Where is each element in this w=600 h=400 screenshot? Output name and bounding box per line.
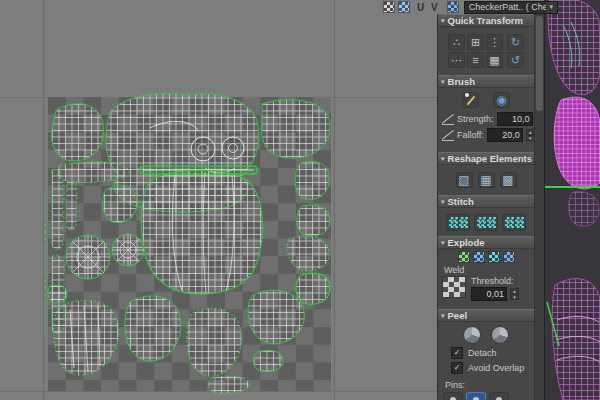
rectangularize-icon[interactable]: ▦	[486, 52, 503, 68]
uv-island[interactable]	[295, 162, 329, 200]
viewport-mesh-layer	[545, 0, 600, 400]
relax-until-flat-icon[interactable]: ▦	[478, 172, 495, 188]
collapse-arrow-icon: ▾	[441, 239, 445, 247]
mesh-arm[interactable]	[547, 279, 600, 400]
check-icon: ✓	[454, 364, 461, 372]
stitch-body	[438, 208, 534, 236]
3d-viewport[interactable]	[544, 0, 600, 400]
align-vertical-icon[interactable]: ⋮	[486, 34, 503, 50]
threshold-spinner[interactable]: ▴ ▾	[510, 288, 519, 300]
uv-strip[interactable]	[52, 170, 63, 250]
detach-checkbox-row[interactable]: ✓ Detach	[451, 347, 529, 359]
detach-checkbox[interactable]: ✓	[451, 347, 463, 359]
rollout-header-peel[interactable]: ▾ Peel	[438, 309, 534, 322]
uv-strip[interactable]	[66, 181, 77, 229]
avoid-overlap-label: Avoid Overlap	[468, 363, 524, 373]
uv-island-torso[interactable]	[141, 170, 262, 294]
flatten-by-face-icon[interactable]	[488, 251, 500, 263]
space-horizontal-icon[interactable]: ⋯	[448, 52, 465, 68]
uv-island[interactable]	[296, 273, 330, 304]
peel-mode-icon[interactable]	[491, 326, 509, 344]
rollout-header-brush[interactable]: ▾ Brush	[438, 75, 534, 88]
panel-scrollbar[interactable]	[534, 14, 544, 400]
scrollbar-thumb[interactable]	[536, 16, 543, 111]
falloff-curve-icon	[442, 130, 454, 141]
uv-toolbar: U V CheckerPatt.. ( Checker ) ▾	[383, 0, 558, 14]
linear-align-icon[interactable]: ≡	[467, 52, 484, 68]
uv-island[interactable]	[187, 308, 242, 376]
stitch-to-target-icon[interactable]	[474, 214, 498, 231]
rotate-cw-icon[interactable]: ↻	[507, 34, 524, 50]
uv-island[interactable]	[287, 236, 329, 271]
pin-icon	[473, 397, 479, 400]
uv-island[interactable]	[262, 100, 330, 159]
mesh-hand[interactable]	[554, 97, 600, 189]
uv-island-hand[interactable]	[54, 300, 119, 375]
uv-canvas-area[interactable]	[0, 0, 437, 400]
wand-icon	[463, 92, 478, 108]
rollout-title: Peel	[448, 310, 468, 321]
collapse-arrow-icon: ▾	[441, 198, 445, 206]
dropdown-arrow-icon[interactable]: ▾	[546, 2, 557, 13]
detach-label: Detach	[468, 348, 497, 358]
align-points-icon[interactable]: ∴	[448, 34, 465, 50]
tools-panel: ▾ Quick Transform ∴ ⊞ ⋮ ⋯ ≡ ▦ ↻ ↺ ▾ Brus…	[437, 14, 534, 400]
mesh-fragment[interactable]	[548, 0, 600, 95]
quick-peel-icon[interactable]	[463, 326, 481, 344]
rollout-title: Stitch	[448, 196, 474, 207]
avoid-overlap-checkbox[interactable]: ✓	[451, 362, 463, 374]
uv-island[interactable]	[103, 186, 137, 223]
spinner-down-icon[interactable]: ▾	[526, 135, 534, 141]
avoid-overlap-checkbox-row[interactable]: ✓ Avoid Overlap	[451, 362, 529, 374]
paint-move-brush-icon[interactable]	[462, 92, 479, 108]
texture-dropdown[interactable]: CheckerPatt.. ( Checker ) ▾	[464, 1, 558, 14]
uv-island[interactable]	[52, 104, 104, 161]
strength-curve-icon	[442, 114, 454, 125]
rollout-title: Brush	[448, 76, 475, 87]
uv-grid-icon[interactable]	[447, 1, 459, 13]
pin-selected-icon[interactable]	[443, 392, 463, 400]
uv-island-circle[interactable]	[112, 234, 144, 266]
texture-dropdown-value: CheckerPatt.. ( Checker )	[469, 2, 546, 12]
stitch-glyph-icon	[477, 217, 486, 228]
uv-islands-layer	[0, 0, 437, 400]
uv-island[interactable]	[48, 285, 67, 303]
uv-island[interactable]	[254, 350, 284, 371]
uv-space-label: U V	[417, 2, 440, 13]
uv-island-circle[interactable]	[66, 235, 110, 279]
align-grid-icon[interactable]: ⊞	[467, 34, 484, 50]
uv-island[interactable]	[125, 296, 181, 361]
pin-move-active-icon[interactable]	[466, 392, 486, 400]
collapse-arrow-icon: ▾	[441, 312, 445, 320]
checker-pattern-icon[interactable]	[383, 1, 395, 13]
relax-brush-icon[interactable]: ◉	[493, 92, 510, 108]
strength-input[interactable]	[497, 112, 533, 126]
stitch-glyph-icon	[515, 217, 524, 228]
rollout-header-stitch[interactable]: ▾ Stitch	[438, 195, 534, 208]
stitch-glyph-icon	[459, 217, 468, 228]
falloff-spinner[interactable]: ▴ ▾	[526, 129, 534, 141]
stitch-glyph-icon	[487, 217, 496, 228]
rollout-header-reshape[interactable]: ▾ Reshape Elements	[438, 152, 534, 165]
flatten-by-smoothing-icon[interactable]	[458, 251, 470, 263]
falloff-input[interactable]	[487, 128, 523, 142]
rollout-header-quick-transform[interactable]: ▾ Quick Transform	[438, 14, 534, 27]
uv-island[interactable]	[297, 205, 330, 236]
rollout-header-explode[interactable]: ▾ Explode	[438, 236, 534, 249]
spinner-down-icon[interactable]: ▾	[510, 294, 519, 300]
checker-pattern-blue-icon[interactable]	[398, 1, 410, 13]
rotate-ccw-icon[interactable]: ↺	[507, 52, 524, 68]
straighten-selection-icon[interactable]: ▧	[456, 172, 473, 188]
reshape-body: ▧ ▦ ▩	[438, 165, 534, 195]
mesh-fragment[interactable]	[569, 192, 599, 227]
stitch-custom-icon[interactable]	[446, 214, 470, 231]
uv-island[interactable]	[209, 376, 250, 394]
flatten-custom-icon[interactable]	[503, 251, 515, 263]
unpin-icon[interactable]	[489, 392, 509, 400]
uv-island[interactable]	[248, 290, 304, 343]
stitch-to-source-icon[interactable]	[502, 214, 526, 231]
weld-selected-icon[interactable]	[442, 276, 466, 298]
threshold-input[interactable]	[471, 287, 507, 301]
flatten-by-material-icon[interactable]	[473, 251, 485, 263]
relax-custom-icon[interactable]: ▩	[500, 172, 517, 188]
